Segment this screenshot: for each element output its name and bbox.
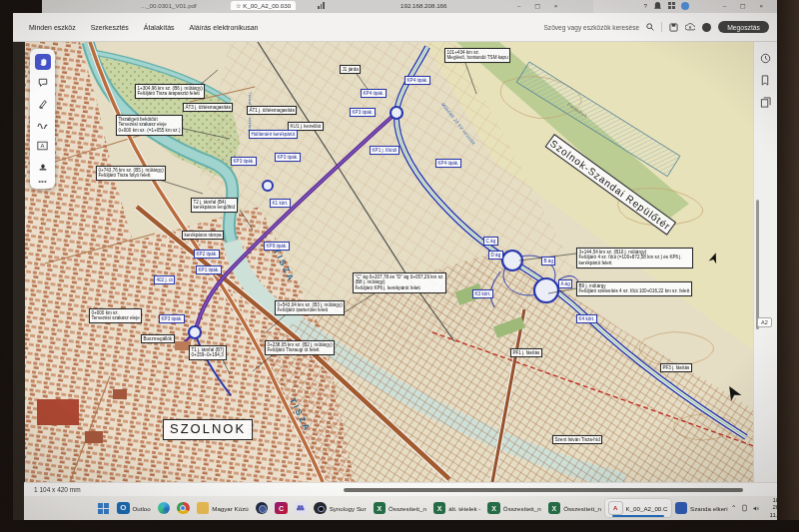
edge-icon (158, 502, 171, 515)
taskbar-people[interactable]: 👥︎ (291, 500, 311, 517)
menu-convert[interactable]: Átalakítás (144, 24, 175, 31)
map-bridge-label: Szent István Tisza-híd (552, 435, 602, 444)
map-callout-b6: 1+304,96 km sz. (B6 j. műtárgy) Felüljár… (135, 84, 205, 99)
menu-all-tools[interactable]: Minden eszköz (29, 24, 76, 31)
text-box-tool-button[interactable]: A (35, 138, 51, 154)
user-avatar[interactable] (681, 2, 689, 10)
horizontal-scrollbar[interactable] (344, 488, 743, 492)
cloud-upload-icon[interactable] (685, 23, 695, 31)
search-input[interactable]: Szöveg vagy eszközök keresése (543, 24, 639, 31)
map-callout-b3: 0+543,04 km sz. (B3 j. műtárgy) Felüljár… (275, 300, 345, 315)
projected-screen: ..._00.0301_V01.pdf ☆ K_00_A2_00.030 192… (13, 0, 777, 520)
map-callout-t2: T2 j. támfal (B4) kerékpáros lengőhíd (191, 198, 238, 213)
comment-tool-button[interactable] (35, 75, 51, 91)
highlight-tool-button[interactable] (35, 96, 51, 112)
map-callout-k3: K3 kört. (472, 289, 493, 298)
taskbar-creative-cloud[interactable]: C (272, 500, 292, 517)
taskbar-excel-3[interactable]: XÖsszesített_n (484, 500, 544, 517)
taskbar-folder[interactable]: Magyar Közú (193, 500, 252, 517)
excel-icon: X (374, 502, 387, 515)
comment-icon (38, 78, 48, 88)
vertical-scrollbar[interactable] (756, 200, 759, 329)
creative-cloud-icon: C (275, 502, 288, 515)
search-icon[interactable] (646, 23, 654, 31)
pdf-icon: A (608, 501, 623, 516)
excel-icon: X (487, 502, 500, 515)
map-callout-kp1: KP1 tipák. (196, 266, 222, 274)
assistant-icon[interactable] (702, 23, 711, 32)
outlook-icon: O (117, 502, 130, 515)
map-callout-busz: Buszmegállók (141, 334, 175, 343)
map-callout-t1: T1 j. támfal (B7) 0+159–0+194,3 (189, 345, 227, 360)
map-callout-d-ag: D ág (488, 251, 503, 260)
map-callout-at1: ÁT1 j. töltésmagasítás (247, 106, 297, 115)
taskbar-excel-2[interactable]: Xált. tételek - (429, 500, 483, 517)
tray-chevron-up-icon[interactable]: ⌃ (731, 504, 736, 512)
photo-border (0, 0, 13, 532)
map-callout-hullam: Hullámtéri kerékpárút (249, 130, 298, 139)
more-tools-button[interactable]: ••• (38, 180, 46, 184)
app-window-controls[interactable]: – ▢ × (723, 2, 769, 9)
taskbar-camera-app[interactable] (252, 500, 272, 517)
draw-tool-button[interactable] (35, 117, 51, 133)
excel-icon: X (433, 502, 446, 515)
document-statusbar: 1 104 x 420 mm (24, 482, 777, 496)
menu-esign[interactable]: Aláírás elektronikusan (190, 24, 259, 31)
taskbar-synology[interactable]: Synology Sur (311, 500, 370, 517)
map-callout-kp4-c: KP4 tipák. (435, 159, 461, 168)
map-callout-kp9: KP9 tipák. (264, 242, 290, 251)
pages-icon[interactable] (760, 94, 772, 106)
toolbar-right: Szöveg vagy eszközök keresése Megosztás (543, 21, 769, 33)
save-icon[interactable] (669, 23, 678, 32)
map-callout-kp4-b: KP4 tipák. (361, 89, 387, 98)
select-tool-button[interactable] (35, 54, 51, 70)
pdf-map-canvas[interactable]: 1+304,96 km sz. (B6 j. műtárgy) Felüljár… (25, 42, 754, 482)
remote-window-controls[interactable]: – ▢ × (517, 2, 563, 9)
map-callout-b2: 0+238,05 km sz. (B2 j. műtárgy) Felüljár… (265, 340, 335, 355)
photo-border (0, 0, 42, 13)
bell-icon[interactable] (654, 2, 661, 11)
map-callout-pf3: PF3 j. fásítás (660, 363, 692, 372)
document-tab-inactive[interactable]: ..._00.0301_V01.pdf (141, 2, 197, 9)
apps-grid-icon[interactable] (668, 2, 675, 10)
map-callout-kp3-c: KP3 tipák. (350, 108, 376, 117)
document-tab-active[interactable]: ☆ K_00_A2_00.030 (231, 1, 296, 10)
taskbar-excel-4[interactable]: XÖsszesített_n (544, 500, 604, 517)
windows-taskbar: OOutloo Magyar Közú C 👥︎ Synology Sur XÖ… (24, 496, 777, 520)
taskbar-acrobat-active[interactable]: AK_00_A2_00.C (605, 499, 671, 518)
map-callout-tsm: 101+434 km sz. Meglévő, bontandó TSM kap… (444, 48, 510, 63)
page-format-badge[interactable]: A2 (757, 317, 772, 327)
svg-text:A: A (40, 143, 44, 149)
taskbar-excel-1[interactable]: XÖsszesített_n (370, 500, 429, 517)
map-callout-402: 402 j. út (154, 275, 175, 284)
signal-bars-icon (318, 2, 326, 9)
map-callout-at3: ÁT3 j. töltésmagasítás (183, 103, 233, 112)
page-size-label: 1 104 x 420 mm (34, 486, 81, 493)
map-callout-b5: 0+743,76 km sz. (B5 j. műtárgy) Felüljár… (96, 166, 166, 181)
map-callout-pf1: PF1 j. fásítás (510, 348, 542, 357)
camera-icon (256, 502, 269, 515)
menu-edit[interactable]: Szerkesztés (91, 24, 129, 31)
map-callout-b8: "C" ág 0+207,78 és "D" ág 0+057,29 km sz… (353, 272, 446, 293)
share-button[interactable]: Megosztás (718, 21, 769, 33)
stamp-tool-button[interactable] (35, 159, 51, 175)
map-callout-rampa: kerékpáros rámpa (182, 231, 224, 240)
taskbar-chrome[interactable] (174, 500, 194, 517)
stamp-icon (38, 162, 48, 172)
help-icon[interactable]: ? (644, 2, 647, 9)
phone-icon[interactable] (742, 503, 747, 513)
map-callout-k1: K1 kört. (270, 199, 291, 208)
annotation-tools-panel: A ••• (30, 49, 55, 189)
start-button[interactable] (94, 500, 114, 517)
taskbar-edge[interactable] (154, 500, 174, 517)
history-icon[interactable] (760, 50, 772, 62)
bookmark-icon[interactable] (760, 72, 772, 84)
photo-border (777, 0, 799, 532)
volume-icon[interactable] (753, 504, 759, 513)
map-callout-b-ag: B ág (541, 257, 555, 266)
map-callout-kp1b: KP1 j. főútól (370, 146, 400, 155)
map-callout-kp4-a: KP4 tipák. (404, 76, 430, 85)
highlighter-icon (38, 99, 48, 109)
taskbar-blue-doc[interactable]: Szanda elkeri (671, 500, 731, 517)
taskbar-outlook[interactable]: OOutloo (114, 500, 155, 517)
